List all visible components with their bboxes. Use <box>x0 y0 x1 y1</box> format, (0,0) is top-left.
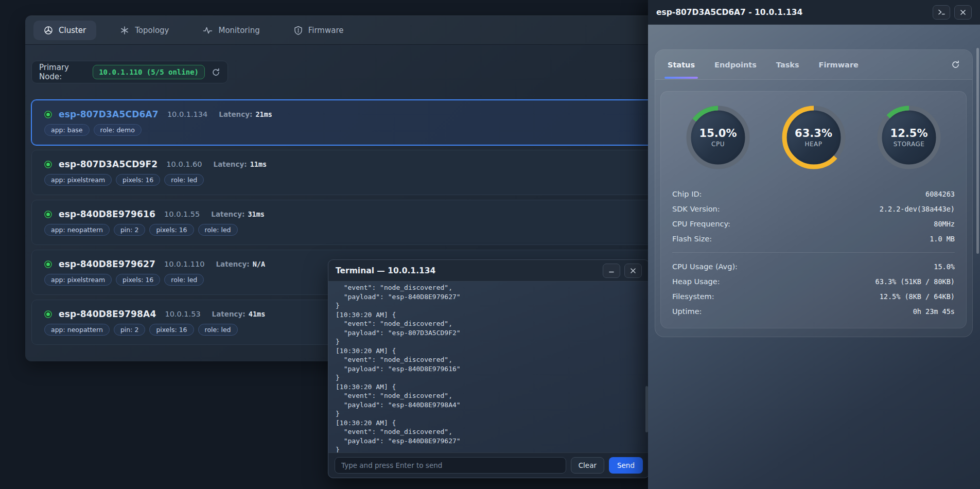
node-ip: 10.0.1.55 <box>164 210 200 218</box>
cluster-icon <box>44 26 53 35</box>
latency-value: 11ms <box>250 160 267 168</box>
detail-row: Flash Size:1.0 MB <box>672 231 955 246</box>
gauge-storage: 12.5%STORAGE <box>876 104 942 171</box>
tag-pill: pixels: 16 <box>149 324 194 336</box>
terminal-title: Terminal — 10.0.1.134 <box>336 266 435 275</box>
tab-firmware[interactable]: Firmware <box>284 21 354 40</box>
latency-label: Latency: <box>214 160 247 168</box>
gauge-label: CPU <box>711 141 725 148</box>
send-button[interactable]: Send <box>609 457 643 474</box>
status-card: 15.0%CPU63.3%HEAP12.5%STORAGE Chip ID:60… <box>660 91 967 328</box>
tag-pill: role: demo <box>94 124 142 136</box>
primary-node-label: Primary Node: <box>39 63 86 81</box>
tab-label: Monitoring <box>218 26 259 35</box>
tab-cluster[interactable]: Cluster <box>33 21 96 40</box>
gauge-cpu: 15.0%CPU <box>685 104 751 171</box>
detail-label: Flash Size: <box>672 235 712 243</box>
node-name: esp-840D8E9798A4 <box>59 309 156 319</box>
close-icon[interactable] <box>624 264 642 278</box>
panel-tabs: StatusEndpointsTasksFirmware <box>655 50 972 80</box>
node-ip: 10.0.1.110 <box>164 260 204 268</box>
gauge-label: STORAGE <box>894 141 925 148</box>
detail-group-primary: Chip ID:6084263SDK Version:2.2.2-dev(38a… <box>672 186 955 246</box>
latency-label: Latency: <box>212 310 246 318</box>
panel-tab-status[interactable]: Status <box>668 50 695 79</box>
tag-pill: app: neopattern <box>44 224 110 236</box>
tag-pill: pin: 2 <box>114 224 145 236</box>
tag-pill: pin: 2 <box>114 324 145 336</box>
detail-label: Uptime: <box>672 307 702 316</box>
gauge-value: 15.0% <box>699 127 737 139</box>
topology-icon <box>120 26 129 35</box>
node-name: esp-840D8E979627 <box>59 259 155 269</box>
status-dot-icon <box>44 260 52 268</box>
node-name: esp-807D3A5CD9F2 <box>59 159 157 169</box>
tab-monitoring[interactable]: Monitoring <box>192 21 270 40</box>
detail-label: CPU Usage (Avg): <box>672 263 738 271</box>
latency-value: 21ms <box>255 110 272 118</box>
detail-row: Chip ID:6084263 <box>672 186 955 201</box>
detail-label: SDK Version: <box>672 205 720 213</box>
monitoring-icon <box>203 26 213 35</box>
detail-value: 80MHz <box>934 220 955 228</box>
status-dot-icon <box>44 310 52 318</box>
gauge-value: 12.5% <box>890 127 928 139</box>
tag-pill: app: pixelstream <box>44 274 112 286</box>
terminal-icon[interactable] <box>933 5 950 20</box>
primary-node-bar: Primary Node: 10.0.1.110 (5/5 online) <box>31 61 228 83</box>
detail-value: 63.3% (51KB / 80KB) <box>876 277 955 286</box>
detail-row: Heap Usage:63.3% (51KB / 80KB) <box>672 274 955 289</box>
tag-pill: role: led <box>164 174 204 186</box>
minimize-icon[interactable] <box>603 264 620 278</box>
panel-title: esp-807D3A5CD6A7 - 10.0.1.134 <box>656 8 802 17</box>
node-name: esp-840D8E979616 <box>59 209 155 219</box>
detail-value: 2.2.2-dev(38a443e) <box>880 205 955 213</box>
clear-button[interactable]: Clear <box>571 457 604 474</box>
terminal-window: Terminal — 10.0.1.134 "event": "node_dis… <box>328 259 650 478</box>
node-ip: 10.0.1.60 <box>166 160 202 168</box>
node-ip: 10.0.1.53 <box>165 310 200 318</box>
terminal-input[interactable] <box>335 457 566 474</box>
detail-value: 0h 23m 45s <box>913 307 955 316</box>
close-icon[interactable] <box>954 5 972 20</box>
latency-label: Latency: <box>211 210 244 218</box>
node-ip: 10.0.1.134 <box>167 110 207 118</box>
detail-rows: Chip ID:6084263SDK Version:2.2.2-dev(38a… <box>671 186 956 319</box>
latency-label: Latency: <box>216 260 250 268</box>
detail-row: CPU Usage (Avg):15.0% <box>672 259 955 274</box>
gauge-value: 63.3% <box>795 127 832 139</box>
detail-value: 12.5% (8KB / 64KB) <box>880 292 955 301</box>
gauge-row: 15.0%CPU63.3%HEAP12.5%STORAGE <box>671 104 956 171</box>
tag-pill: pixels: 16 <box>149 224 194 236</box>
detail-value: 15.0% <box>934 263 955 271</box>
detail-label: Chip ID: <box>672 190 702 198</box>
refresh-icon[interactable] <box>212 68 220 77</box>
tag-pill: pixels: 16 <box>116 274 160 286</box>
firmware-icon <box>294 26 303 35</box>
detail-row: CPU Frequency:80MHz <box>672 216 955 231</box>
terminal-header[interactable]: Terminal — 10.0.1.134 <box>328 260 649 282</box>
gauge-label: HEAP <box>804 141 822 148</box>
detail-row: Uptime:0h 23m 45s <box>672 304 955 319</box>
detail-label: Filesystem: <box>672 292 714 301</box>
status-dot-icon <box>44 211 52 218</box>
tab-label: Firmware <box>308 26 344 35</box>
panel-body: StatusEndpointsTasksFirmware 15.0%CPU63.… <box>648 25 980 489</box>
tag-pill: app: base <box>44 124 90 136</box>
detail-row: Filesystem:12.5% (8KB / 64KB) <box>672 289 955 304</box>
status-wrapper: StatusEndpointsTasksFirmware 15.0%CPU63.… <box>655 49 973 337</box>
detail-label: Heap Usage: <box>672 277 720 286</box>
detail-label: CPU Frequency: <box>672 220 730 228</box>
tag-pill: role: led <box>198 224 238 236</box>
panel-tab-firmware[interactable]: Firmware <box>819 50 859 79</box>
status-dot-icon <box>44 161 52 168</box>
status-dot-icon <box>44 111 52 118</box>
panel-tab-endpoints[interactable]: Endpoints <box>714 50 757 79</box>
panel-scrollbar-thumb[interactable] <box>976 48 979 254</box>
node-detail-panel: esp-807D3A5CD6A7 - 10.0.1.134 StatusEndp… <box>648 0 980 489</box>
terminal-log[interactable]: "event": "node_discovered", "payload": "… <box>328 282 649 452</box>
panel-tab-tasks[interactable]: Tasks <box>776 50 799 79</box>
tab-label: Cluster <box>59 26 86 35</box>
refresh-icon[interactable] <box>951 60 960 69</box>
tab-topology[interactable]: Topology <box>110 21 179 40</box>
